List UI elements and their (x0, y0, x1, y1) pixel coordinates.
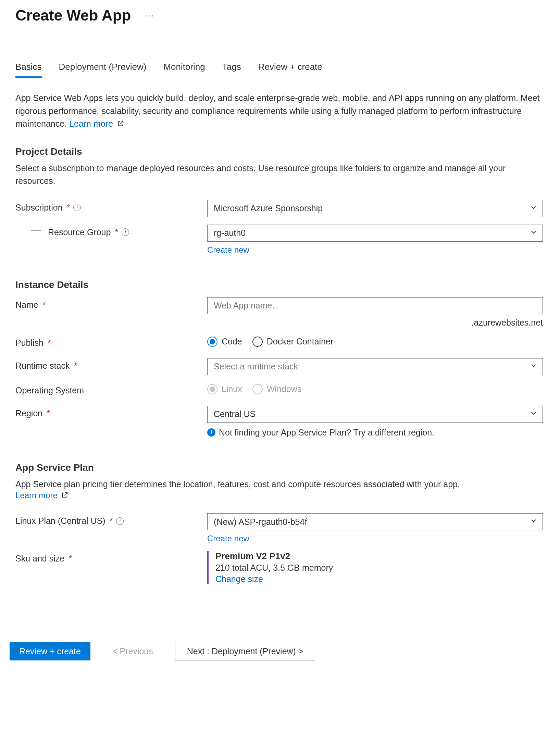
subscription-value: Microsoft Azure Sponsorship (214, 203, 323, 213)
external-link-icon (117, 118, 124, 131)
previous-button[interactable]: < Previous (103, 642, 163, 660)
plan-create-new-link[interactable]: Create new (207, 534, 249, 543)
chevron-down-icon (530, 228, 538, 238)
chevron-down-icon (530, 517, 538, 527)
webapp-name-input[interactable]: Web App name. (207, 297, 543, 314)
os-linux-label: Linux (222, 384, 242, 394)
intro-text: App Service Web Apps lets you quickly bu… (15, 92, 545, 131)
runtime-label: Runtime stack (15, 361, 70, 371)
os-windows-radio: Windows (252, 384, 301, 394)
resource-group-create-new-link[interactable]: Create new (207, 245, 249, 254)
chevron-down-icon (530, 409, 538, 419)
tabs-bar: Basics Deployment (Preview) Monitoring T… (15, 62, 545, 78)
intro-learn-more-link[interactable]: Learn more (69, 119, 124, 128)
region-label: Region (15, 408, 42, 418)
chevron-down-icon (530, 362, 538, 372)
info-icon[interactable]: i (116, 517, 124, 525)
required-asterisk: * (110, 516, 113, 526)
tree-connector (31, 212, 41, 231)
os-windows-label: Windows (267, 384, 301, 394)
name-label: Name (15, 300, 38, 310)
tab-tags[interactable]: Tags (222, 62, 241, 78)
required-asterisk: * (69, 554, 72, 564)
app-service-plan-desc: App Service plan pricing tier determines… (15, 478, 545, 491)
domain-suffix: .azurewebsites.net (207, 318, 543, 328)
tab-review[interactable]: Review + create (258, 62, 322, 78)
region-hint: Not finding your App Service Plan? Try a… (219, 428, 434, 438)
project-details-title: Project Details (15, 146, 545, 157)
tab-deployment[interactable]: Deployment (Preview) (59, 62, 147, 78)
wizard-footer: Review + create < Previous Next : Deploy… (0, 633, 560, 669)
required-asterisk: * (74, 361, 77, 371)
info-icon[interactable]: i (73, 204, 81, 211)
publish-label: Publish (15, 338, 43, 348)
required-asterisk: * (48, 338, 51, 348)
change-size-link[interactable]: Change size (215, 574, 263, 584)
resource-group-value: rg-auth0 (214, 228, 246, 238)
page-title: Create Web App (15, 7, 131, 24)
publish-code-label: Code (222, 337, 242, 346)
linux-plan-label: Linux Plan (Central US) (15, 516, 105, 526)
resource-group-label: Resource Group (48, 227, 111, 237)
subscription-label: Subscription (15, 203, 63, 213)
more-actions-icon[interactable]: ··· (145, 10, 154, 21)
required-asterisk: * (67, 203, 70, 213)
linux-plan-value: (New) ASP-rgauth0-b54f (214, 517, 307, 527)
required-asterisk: * (42, 300, 46, 310)
sku-summary: Premium V2 P1v2 210 total ACU, 3.5 GB me… (207, 551, 543, 584)
required-asterisk: * (115, 227, 118, 237)
chevron-down-icon (530, 203, 538, 214)
required-asterisk: * (47, 408, 50, 418)
publish-docker-radio[interactable]: Docker Container (252, 337, 334, 347)
sku-detail: 210 total ACU, 3.5 GB memory (215, 563, 543, 573)
review-create-button[interactable]: Review + create (10, 642, 90, 660)
os-label: Operating System (15, 386, 84, 395)
publish-code-radio[interactable]: Code (207, 337, 242, 347)
intro-learn-more-label: Learn more (69, 119, 113, 128)
plan-learn-more-link[interactable]: Learn more (15, 491, 69, 500)
instance-details-title: Instance Details (15, 279, 545, 290)
runtime-stack-select[interactable]: Select a runtime stack (207, 358, 543, 375)
resource-group-select[interactable]: rg-auth0 (207, 225, 543, 242)
plan-learn-more-label: Learn more (15, 491, 58, 500)
project-details-desc: Select a subscription to manage deployed… (15, 162, 545, 188)
info-icon: i (207, 428, 215, 437)
external-link-icon (61, 491, 69, 501)
os-linux-radio: Linux (207, 384, 242, 394)
region-value: Central US (214, 409, 256, 419)
tab-basics[interactable]: Basics (15, 62, 42, 78)
runtime-placeholder: Select a runtime stack (214, 362, 298, 371)
next-button[interactable]: Next : Deployment (Preview) > (175, 642, 315, 660)
app-service-plan-title: App Service Plan (15, 462, 545, 473)
info-icon[interactable]: i (122, 228, 129, 236)
region-select[interactable]: Central US (207, 406, 543, 423)
tab-monitoring[interactable]: Monitoring (163, 62, 205, 78)
sku-label: Sku and size (15, 554, 64, 564)
subscription-select[interactable]: Microsoft Azure Sponsorship (207, 200, 543, 217)
publish-docker-label: Docker Container (267, 337, 334, 346)
sku-name: Premium V2 P1v2 (215, 551, 543, 561)
linux-plan-select[interactable]: (New) ASP-rgauth0-b54f (207, 513, 543, 530)
